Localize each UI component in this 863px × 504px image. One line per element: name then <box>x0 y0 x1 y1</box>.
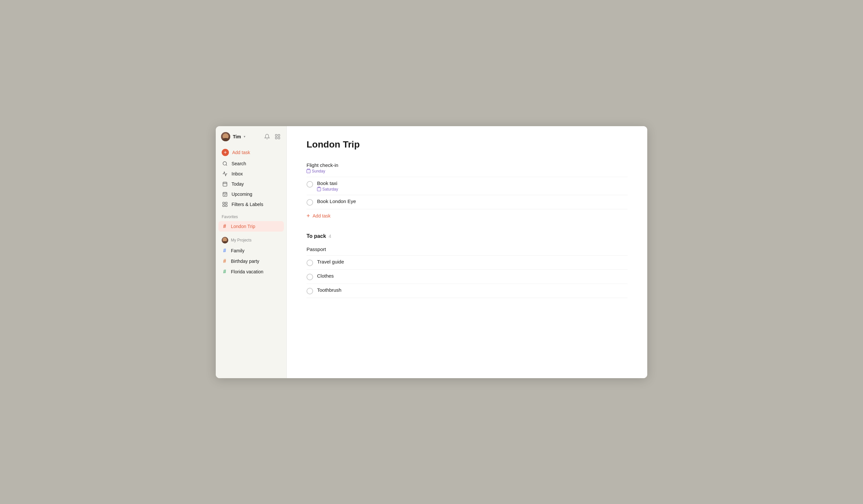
travel-guide-name: Travel guide <box>317 259 344 264</box>
passport-name: Passport <box>307 246 326 252</box>
my-projects-header: My Projects <box>218 235 284 245</box>
svg-rect-3 <box>278 137 280 139</box>
favorites-label: Favorites <box>218 215 284 221</box>
svg-rect-9 <box>223 192 227 196</box>
flight-checkin-content: Flight check-in Sunday <box>307 162 338 173</box>
task-item-book-taxi[interactable]: Book taxi Saturday <box>307 177 627 195</box>
add-task-button[interactable]: + Add task <box>218 146 284 158</box>
sidebar-item-filters[interactable]: Filters & Labels <box>218 199 284 209</box>
main-content: London Trip Flight check-in Sunday Book … <box>287 126 647 378</box>
task-checkbox-clothes[interactable] <box>307 274 313 280</box>
sidebar-item-inbox[interactable]: Inbox <box>218 169 284 179</box>
avatar <box>221 132 230 141</box>
sidebar-project-birthday-label: Birthday party <box>231 259 259 264</box>
sidebar-item-search[interactable]: Search <box>218 159 284 169</box>
hash-icon-birthday: # <box>222 258 228 264</box>
sidebar-favorite-london-trip-label: London Trip <box>231 224 255 229</box>
sidebar-header: Tim ▾ <box>216 126 286 145</box>
svg-rect-14 <box>225 202 227 204</box>
hash-icon-family: # <box>222 248 228 254</box>
plus-icon-default: + <box>307 212 310 219</box>
svg-rect-2 <box>275 137 277 139</box>
task-item-toothbrush[interactable]: Toothbrush <box>307 284 627 298</box>
favorites-section: Favorites # London Trip <box>216 211 286 233</box>
sidebar-item-today[interactable]: Today <box>218 179 284 189</box>
london-eye-name: Book London Eye <box>317 198 356 204</box>
upcoming-icon <box>222 192 228 197</box>
today-icon <box>222 181 228 186</box>
sidebar-item-search-label: Search <box>232 161 246 166</box>
notifications-button[interactable] <box>263 133 271 140</box>
sidebar-item-florida-vacation[interactable]: # Florida vacation <box>218 267 284 277</box>
add-task-label: Add task <box>232 150 250 155</box>
clothes-name: Clothes <box>317 273 334 279</box>
to-pack-count: 4 <box>328 234 331 239</box>
svg-point-4 <box>223 161 227 165</box>
svg-rect-16 <box>225 205 227 206</box>
task-checkbox-london-eye[interactable] <box>307 199 313 206</box>
layout-button[interactable] <box>274 133 281 140</box>
to-pack-section: To pack 4 Passport Travel guide Clothes <box>307 233 627 298</box>
my-projects-section: My Projects # Family # Birthday party # … <box>216 233 286 278</box>
book-taxi-date-label: Saturday <box>322 187 338 192</box>
flight-checkin-name: Flight check-in <box>307 162 338 168</box>
user-info[interactable]: Tim ▾ <box>221 132 245 141</box>
inbox-icon <box>222 171 228 177</box>
task-checkbox-travel-guide[interactable] <box>307 260 313 266</box>
task-item-book-london-eye[interactable]: Book London Eye <box>307 195 627 209</box>
svg-rect-1 <box>278 134 280 136</box>
sidebar-item-birthday-party[interactable]: # Birthday party <box>218 256 284 267</box>
page-title: London Trip <box>307 139 627 150</box>
toothbrush-content: Toothbrush <box>317 287 341 293</box>
calendar-icon-taxi <box>317 187 321 191</box>
to-pack-header-row: To pack 4 <box>307 233 627 239</box>
task-checkbox-toothbrush[interactable] <box>307 288 313 294</box>
search-icon <box>222 161 228 166</box>
my-projects-label: My Projects <box>231 238 252 243</box>
toothbrush-name: Toothbrush <box>317 287 341 293</box>
sidebar-item-today-label: Today <box>232 181 244 186</box>
add-task-inline-default[interactable]: + Add task <box>307 209 627 223</box>
svg-rect-0 <box>275 134 277 136</box>
sidebar-item-inbox-label: Inbox <box>232 171 243 177</box>
app-window: Tim ▾ <box>216 126 647 378</box>
sidebar-item-filters-label: Filters & Labels <box>232 202 263 207</box>
book-taxi-name: Book taxi <box>317 180 338 186</box>
default-section: Flight check-in Sunday Book taxi Saturda… <box>307 159 627 223</box>
hash-icon-florida: # <box>222 269 228 275</box>
sidebar-project-family-label: Family <box>231 248 245 253</box>
flight-checkin-date-label: Sunday <box>312 169 325 173</box>
calendar-icon <box>307 169 311 173</box>
sidebar-item-london-trip[interactable]: # London Trip <box>218 221 284 232</box>
task-checkbox-book-taxi[interactable] <box>307 181 313 188</box>
svg-rect-15 <box>223 205 224 206</box>
task-item-travel-guide[interactable]: Travel guide <box>307 256 627 270</box>
flight-checkin-date: Sunday <box>307 169 338 173</box>
sidebar-item-upcoming[interactable]: Upcoming <box>218 189 284 199</box>
to-pack-title: To pack <box>307 233 326 239</box>
chevron-down-icon: ▾ <box>244 135 245 138</box>
sidebar-nav: + Add task Search <box>216 145 286 211</box>
sidebar-item-upcoming-label: Upcoming <box>232 192 252 197</box>
svg-rect-13 <box>223 202 224 204</box>
london-eye-content: Book London Eye <box>317 198 356 204</box>
svg-rect-5 <box>223 182 227 186</box>
my-projects-avatar <box>222 237 228 244</box>
add-task-inline-label-default: Add task <box>313 213 330 219</box>
travel-guide-content: Travel guide <box>317 259 344 264</box>
sidebar-item-family[interactable]: # Family <box>218 245 284 256</box>
task-item-clothes[interactable]: Clothes <box>307 270 627 284</box>
task-item-flight-checkin[interactable]: Flight check-in Sunday <box>307 159 627 177</box>
book-taxi-content: Book taxi Saturday <box>317 180 338 192</box>
user-name: Tim <box>233 134 241 139</box>
sidebar-project-florida-label: Florida vacation <box>231 269 263 274</box>
hash-icon: # <box>222 223 228 229</box>
book-taxi-date: Saturday <box>317 187 338 192</box>
task-item-passport[interactable]: Passport <box>307 243 627 256</box>
clothes-content: Clothes <box>317 273 334 279</box>
sidebar: Tim ▾ <box>216 126 287 378</box>
header-icons <box>263 133 281 140</box>
filters-icon <box>222 202 228 207</box>
add-task-circle-icon: + <box>222 149 229 156</box>
